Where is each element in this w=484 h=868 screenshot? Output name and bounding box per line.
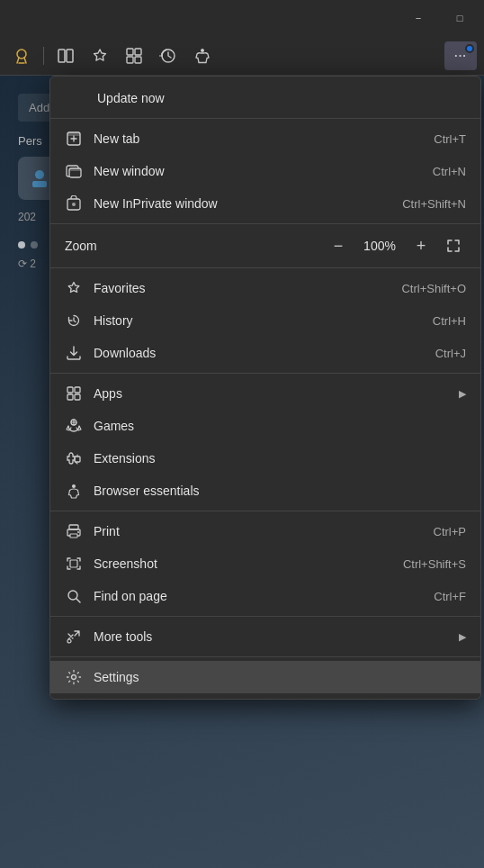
history-item[interactable]: History Ctrl+H	[50, 304, 480, 337]
svg-rect-1	[58, 50, 65, 62]
settings-label: Settings	[94, 670, 466, 684]
new-window-label: New window	[94, 164, 422, 178]
history-menu-icon	[65, 312, 83, 330]
downloads-shortcut: Ctrl+J	[435, 347, 466, 360]
new-inprivate-shortcut: Ctrl+Shift+N	[402, 197, 466, 211]
zoom-expand-button[interactable]	[441, 233, 466, 258]
toolbar: ···	[0, 36, 484, 76]
downloads-icon	[65, 344, 83, 362]
browser-essentials-icon[interactable]	[188, 41, 217, 70]
zoom-value: 100%	[358, 239, 401, 253]
dot-2	[31, 241, 38, 249]
more-tools-item[interactable]: More tools ▶	[50, 620, 480, 653]
downloads-label: Downloads	[94, 346, 425, 360]
svg-rect-23	[67, 394, 73, 400]
svg-rect-24	[75, 394, 80, 400]
print-shortcut: Ctrl+P	[434, 525, 466, 538]
add-text: Add	[29, 101, 49, 114]
zoom-row: Zoom − 100% +	[50, 228, 480, 264]
games-item[interactable]: Games	[50, 410, 480, 442]
divider-2	[50, 373, 480, 374]
reward-icon[interactable]	[7, 41, 36, 70]
svg-rect-18	[69, 168, 81, 171]
games-label: Games	[94, 419, 466, 433]
svg-point-8	[35, 170, 44, 179]
find-on-page-item[interactable]: Find on page Ctrl+F	[50, 580, 480, 612]
apps-label: Apps	[94, 386, 448, 401]
svg-point-34	[72, 675, 76, 680]
title-bar: − □	[0, 0, 484, 36]
update-now-label: Update now	[97, 91, 165, 105]
toolbar-divider-1	[43, 47, 44, 65]
find-icon	[65, 587, 83, 605]
extensions-icon	[65, 449, 83, 467]
apps-icon	[65, 384, 83, 402]
split-view-icon[interactable]	[51, 41, 80, 70]
maximize-button[interactable]: □	[439, 4, 480, 32]
divider-top	[50, 118, 480, 119]
divider-3	[50, 511, 480, 511]
inprivate-icon	[65, 194, 83, 212]
print-label: Print	[94, 524, 423, 538]
svg-rect-29	[70, 534, 77, 538]
minimize-button[interactable]: −	[398, 4, 439, 32]
svg-rect-5	[127, 57, 133, 63]
svg-rect-27	[69, 525, 78, 529]
games-icon	[65, 417, 83, 435]
history-toolbar-icon[interactable]	[154, 41, 183, 70]
svg-rect-22	[75, 387, 80, 393]
update-badge	[465, 44, 474, 53]
more-tools-icon	[65, 628, 83, 646]
zoom-decrease-button[interactable]: −	[326, 233, 351, 258]
screenshot-label: Screenshot	[94, 556, 392, 571]
new-inprivate-item[interactable]: New InPrivate window Ctrl+Shift+N	[50, 187, 480, 220]
new-tab-label: New tab	[94, 131, 423, 146]
dot-1	[18, 241, 25, 249]
settings-icon	[65, 668, 83, 686]
extensions-label: Extensions	[94, 451, 466, 466]
svg-rect-6	[135, 57, 141, 63]
downloads-item[interactable]: Downloads Ctrl+J	[50, 337, 480, 369]
svg-rect-3	[127, 49, 133, 55]
favorites-label: Favorites	[94, 281, 390, 295]
find-on-page-shortcut: Ctrl+F	[434, 590, 466, 603]
extensions-item[interactable]: Extensions	[50, 442, 480, 475]
svg-rect-4	[135, 49, 141, 55]
history-shortcut: Ctrl+H	[433, 314, 466, 328]
zoom-increase-button[interactable]: +	[408, 233, 434, 258]
svg-rect-9	[32, 181, 47, 187]
divider-zoom	[50, 267, 480, 268]
settings-item[interactable]: Settings	[50, 661, 480, 693]
update-now-item[interactable]: Update now	[50, 82, 480, 114]
divider-5	[50, 656, 480, 657]
apps-item[interactable]: Apps ▶	[50, 377, 480, 410]
favorites-toolbar-icon[interactable]	[85, 41, 114, 70]
screenshot-shortcut: Ctrl+Shift+S	[403, 557, 466, 571]
more-tools-label: More tools	[94, 629, 448, 644]
screenshot-item[interactable]: Screenshot Ctrl+Shift+S	[50, 547, 480, 580]
new-window-icon	[65, 162, 83, 180]
find-on-page-label: Find on page	[94, 589, 423, 603]
history-label: History	[94, 313, 422, 328]
new-inprivate-label: New InPrivate window	[94, 196, 391, 211]
favorites-item[interactable]: Favorites Ctrl+Shift+O	[50, 272, 480, 304]
screenshot-icon	[65, 555, 83, 573]
new-tab-item[interactable]: New tab Ctrl+T	[50, 122, 480, 155]
favorites-menu-icon	[65, 279, 83, 297]
zoom-label: Zoom	[65, 239, 318, 253]
browser-essentials-item[interactable]: Browser essentials	[50, 475, 480, 507]
new-window-shortcut: Ctrl+N	[433, 165, 466, 178]
divider-4	[50, 616, 480, 617]
title-bar-controls: − □	[398, 4, 480, 32]
new-tab-icon	[65, 130, 83, 148]
collections-icon[interactable]	[120, 41, 148, 70]
print-item[interactable]: Print Ctrl+P	[50, 515, 480, 547]
svg-point-33	[67, 639, 71, 643]
new-window-item[interactable]: New window Ctrl+N	[50, 155, 480, 187]
menu-button[interactable]: ···	[444, 41, 477, 70]
print-icon	[65, 522, 83, 540]
more-tools-arrow: ▶	[459, 631, 466, 643]
svg-rect-21	[67, 387, 73, 393]
browser-essentials-label: Browser essentials	[94, 484, 466, 498]
svg-rect-26	[75, 457, 80, 462]
